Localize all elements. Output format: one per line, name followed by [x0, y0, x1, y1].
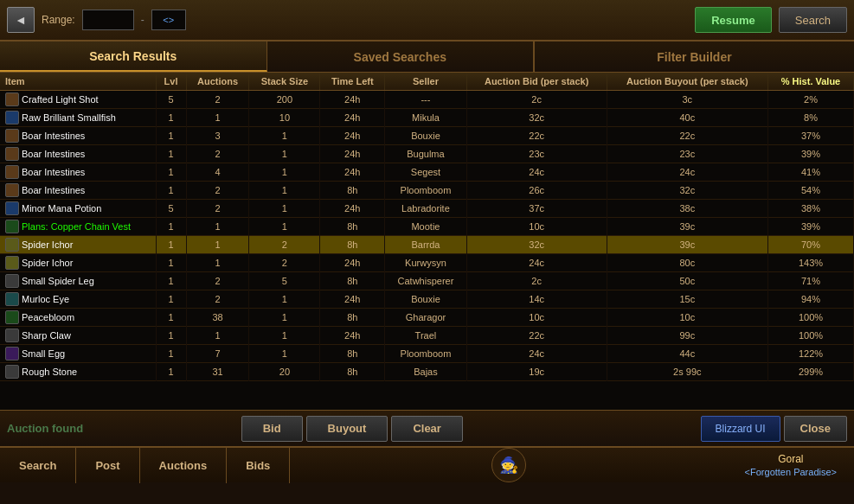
seller-name: Ploomboom [385, 182, 466, 200]
item-icon [5, 111, 19, 124]
table-row[interactable]: Peacebloom13818hGharagor10c10c100% [0, 309, 854, 327]
auctions-count: 7 [186, 345, 249, 363]
auction-bid: 26c [466, 182, 607, 200]
close-button[interactable]: Close [784, 416, 847, 442]
clear-button[interactable]: Clear [391, 416, 463, 442]
back-button[interactable]: ◄ [7, 7, 35, 33]
table-row[interactable]: Minor Mana Potion52124hLabradorite37c38c… [0, 200, 854, 218]
item-level: 1 [156, 145, 186, 163]
item-cell: Plans: Copper Chain Vest [0, 218, 156, 236]
range-arrows-button[interactable]: <> [151, 10, 186, 30]
pct-hist-value: 37% [768, 127, 854, 145]
status-text: Auction found [7, 422, 238, 435]
auction-bid: 32c [466, 109, 607, 127]
buyout-button[interactable]: Buyout [306, 416, 388, 442]
nav-auctions-button[interactable]: Auctions [140, 447, 228, 483]
tab-saved-searches[interactable]: Saved Searches [267, 41, 535, 72]
nav-post-button[interactable]: Post [76, 447, 139, 483]
stack-size: 2 [249, 254, 320, 272]
auction-bid: 22c [466, 127, 607, 145]
table-row[interactable]: Boar Intestines1218hPloomboom26c32c54% [0, 182, 854, 200]
table-row[interactable]: Sharp Claw11124hTrael22c99c100% [0, 327, 854, 345]
pct-hist-value: 143% [768, 254, 854, 272]
range-from-input[interactable] [82, 10, 134, 30]
auctions-count: 2 [186, 91, 249, 109]
item-cell: Spider Ichor [0, 236, 156, 254]
item-icon [5, 201, 19, 215]
seller-name: Catwhisperer [385, 272, 466, 290]
item-name: Plans: Copper Chain Vest [22, 221, 131, 232]
table-row[interactable]: Murloc Eye12124hBouxie14c15c94% [0, 290, 854, 309]
auction-buyout: 24c [607, 163, 767, 182]
item-cell: Murloc Eye [0, 290, 156, 309]
auction-bid: 37c [466, 200, 607, 218]
stack-size: 20 [249, 363, 320, 381]
auctions-count: 4 [186, 163, 249, 182]
table-row[interactable]: Small Egg1718hPloomboom24c44c122% [0, 345, 854, 363]
pct-hist-value: 39% [768, 145, 854, 163]
table-row[interactable]: Rough Stone131208hBajas19c2s 99c299% [0, 363, 854, 381]
pct-hist-value: 8% [768, 109, 854, 127]
bid-button[interactable]: Bid [241, 416, 303, 442]
tab-filter-builder[interactable]: Filter Builder [534, 41, 854, 72]
results-table-area[interactable]: Item Lvl Auctions Stack Size Time Left S… [0, 73, 854, 410]
auction-buyout: 99c [607, 327, 767, 345]
item-name: Small Spider Leg [22, 276, 94, 286]
item-name: Peacebloom [22, 312, 74, 322]
table-row[interactable]: Spider Ichor11224hKurwysyn24c80c143% [0, 254, 854, 272]
item-icon [5, 129, 19, 143]
item-name: Small Egg [22, 348, 65, 359]
tab-search-results[interactable]: Search Results [0, 41, 267, 72]
table-row[interactable]: Boar Intestines14124hSegest24c24c41% [0, 163, 854, 182]
item-icon [5, 365, 19, 379]
seller-name: Bouxie [385, 290, 466, 309]
auction-buyout: 3c [607, 91, 767, 109]
blizzard-ui-button[interactable]: Blizzard UI [701, 416, 780, 442]
item-level: 1 [156, 363, 186, 381]
search-button[interactable]: Search [779, 7, 847, 33]
item-icon [5, 292, 19, 306]
item-name: Crafted Light Shot [22, 94, 99, 105]
item-name: Boar Intestines [22, 149, 85, 159]
nav-bids-button[interactable]: Bids [227, 447, 290, 483]
item-level: 1 [156, 109, 186, 127]
item-level: 1 [156, 218, 186, 236]
seller-name: Bugulma [385, 145, 466, 163]
seller-name: --- [385, 91, 466, 109]
time-left: 8h [320, 272, 385, 290]
col-header-time: Time Left [320, 73, 385, 91]
auction-buyout: 39c [607, 236, 767, 254]
item-level: 1 [156, 290, 186, 309]
bottom-bar: Auction found Bid Buyout Clear Blizzard … [0, 410, 854, 446]
auctions-count: 1 [186, 109, 249, 127]
resume-button[interactable]: Resume [695, 7, 772, 33]
table-row[interactable]: Plans: Copper Chain Vest1118hMootie10c39… [0, 218, 854, 236]
time-left: 24h [320, 91, 385, 109]
item-level: 1 [156, 327, 186, 345]
item-icon [5, 93, 19, 106]
char-name: Goral [778, 453, 803, 467]
seller-name: Bouxie [385, 127, 466, 145]
pct-hist-value: 100% [768, 327, 854, 345]
table-row[interactable]: Small Spider Leg1258hCatwhisperer2c50c71… [0, 272, 854, 290]
auction-buyout: 50c [607, 272, 767, 290]
item-level: 1 [156, 163, 186, 182]
auctions-count: 1 [186, 218, 249, 236]
auctions-count: 1 [186, 327, 249, 345]
results-table: Item Lvl Auctions Stack Size Time Left S… [0, 73, 854, 381]
pct-hist-value: 41% [768, 163, 854, 182]
item-icon [5, 329, 19, 342]
auction-buyout: 39c [607, 218, 767, 236]
nav-search-button[interactable]: Search [0, 447, 76, 483]
item-name: Rough Stone [22, 367, 77, 377]
stack-size: 1 [249, 290, 320, 309]
table-row[interactable]: Spider Ichor1128hBarrda32c39c70% [0, 236, 854, 254]
table-row[interactable]: Boar Intestines12124hBugulma23c23c39% [0, 145, 854, 163]
stack-size: 10 [249, 109, 320, 127]
item-cell: Small Spider Leg [0, 272, 156, 290]
col-header-pct: % Hist. Value [768, 73, 854, 91]
table-row[interactable]: Crafted Light Shot5220024h---2c3c2% [0, 91, 854, 109]
table-row[interactable]: Raw Brilliant Smallfish111024hMikula32c4… [0, 109, 854, 127]
table-row[interactable]: Boar Intestines13124hBouxie22c22c37% [0, 127, 854, 145]
item-cell: Rough Stone [0, 363, 156, 381]
